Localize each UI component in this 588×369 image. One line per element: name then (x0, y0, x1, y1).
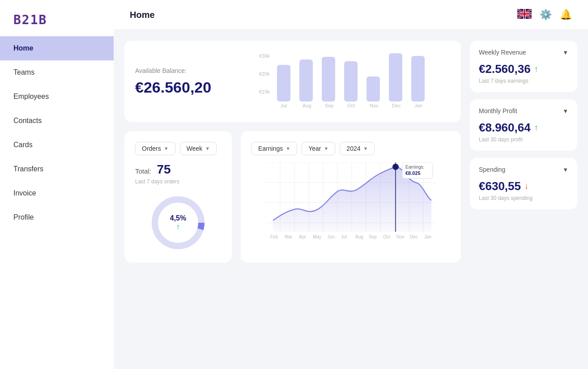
svg-point-39 (392, 164, 399, 170)
balance-chart: €30k €20k €10k (234, 51, 450, 111)
orders-dropdown-arrow: ▼ (164, 146, 169, 151)
area-chart-svg: Earnings: €8.025 Feb Mar Apr May Jun Jul… (251, 162, 450, 243)
svg-text:Jan: Jan (414, 103, 422, 108)
chevron-down-icon: ▼ (562, 108, 568, 115)
svg-text:Earnings:: Earnings: (405, 165, 424, 170)
monthly-profit-card: Monthly Profit ▼ €8.960,64 ↑ Last 30 day… (470, 99, 577, 151)
weekly-revenue-header: Weekly Revenue ▼ (479, 49, 568, 56)
svg-rect-4 (277, 65, 290, 102)
orders-total-value: 75 (157, 162, 170, 176)
donut-chart: 4,5% ↑ (135, 194, 221, 252)
spending-dropdown[interactable]: ▼ (562, 166, 568, 173)
svg-text:Oct: Oct (383, 234, 390, 239)
balance-card: Available Balance: €26.560,20 €30k €20k … (124, 41, 461, 122)
earnings-filter-row: Earnings ▼ Year ▼ 2024 ▼ (251, 142, 450, 155)
svg-rect-6 (322, 57, 335, 102)
weekly-revenue-card: Weekly Revenue ▼ €2.560,36 ↑ Last 7 days… (470, 41, 577, 92)
weekly-revenue-trend-icon: ↑ (534, 64, 538, 74)
topbar: Home ⚙️ 🔔 (114, 0, 588, 30)
orders-total-label: Total: 75 (135, 162, 221, 177)
svg-text:Aug: Aug (355, 234, 363, 239)
svg-text:€30k: €30k (259, 53, 270, 59)
svg-text:4,5%: 4,5% (170, 214, 186, 222)
sidebar-item-cards[interactable]: Cards (0, 133, 114, 157)
spending-card: Spending ▼ €630,55 ↓ Last 30 days spendi… (470, 158, 577, 209)
bar-chart-svg: €30k €20k €10k (234, 51, 450, 110)
monthly-profit-trend-icon: ↑ (534, 123, 538, 132)
weekly-revenue-value: €2.560,36 ↑ (479, 62, 568, 76)
weekly-revenue-dropdown[interactable]: ▼ (562, 49, 568, 56)
year-dropdown-arrow: ▼ (324, 146, 328, 151)
svg-text:Jul: Jul (281, 103, 287, 108)
spending-header: Spending ▼ (479, 166, 568, 173)
orders-dropdown[interactable]: Orders ▼ (135, 142, 175, 155)
balance-label: Available Balance: (135, 67, 234, 74)
week-dropdown[interactable]: Week ▼ (180, 142, 217, 155)
sidebar-item-contacts[interactable]: Contacts (0, 109, 114, 133)
flag-icon[interactable] (517, 9, 532, 21)
topbar-icons: ⚙️ 🔔 (517, 9, 572, 21)
orders-sublabel: Last 7 days orders (135, 178, 221, 185)
settings-icon[interactable]: ⚙️ (540, 9, 552, 21)
svg-text:€10k: €10k (259, 89, 270, 94)
svg-text:Oct: Oct (347, 103, 355, 108)
svg-text:Aug: Aug (303, 103, 311, 108)
sidebar-item-profile[interactable]: Profile (0, 205, 114, 229)
center-column: Available Balance: €26.560,20 €30k €20k … (124, 41, 461, 358)
year-value-dropdown[interactable]: 2024 ▼ (340, 142, 375, 155)
svg-text:Mar: Mar (285, 234, 293, 239)
earnings-dropdown-arrow: ▼ (285, 146, 290, 151)
monthly-profit-value: €8.960,64 ↑ (479, 121, 568, 135)
svg-text:Nov: Nov (396, 234, 405, 239)
spending-title: Spending (479, 166, 505, 173)
area-chart-wrap: Earnings: €8.025 Feb Mar Apr May Jun Jul… (251, 162, 450, 252)
monthly-profit-header: Monthly Profit ▼ (479, 107, 568, 115)
weekly-revenue-sublabel: Last 7 days earnings (479, 78, 568, 84)
svg-text:May: May (313, 234, 321, 239)
right-column: Weekly Revenue ▼ €2.560,36 ↑ Last 7 days… (470, 41, 577, 358)
svg-text:Feb: Feb (270, 234, 278, 239)
year-dropdown[interactable]: Year ▼ (302, 142, 335, 155)
donut-svg: 4,5% ↑ (149, 194, 207, 252)
svg-rect-5 (299, 59, 313, 102)
logo: B21B (13, 13, 47, 27)
svg-text:Dec: Dec (410, 234, 418, 239)
svg-text:Jul: Jul (341, 234, 347, 239)
chevron-down-icon: ▼ (562, 49, 568, 56)
svg-text:↑: ↑ (176, 222, 180, 231)
svg-text:Apr: Apr (299, 234, 306, 239)
earnings-dropdown[interactable]: Earnings ▼ (251, 142, 297, 155)
chevron-down-icon: ▼ (562, 166, 568, 173)
spending-trend-icon: ↓ (524, 182, 528, 191)
svg-rect-10 (411, 56, 425, 102)
content-area: Available Balance: €26.560,20 €30k €20k … (114, 30, 588, 369)
svg-text:Jun: Jun (328, 234, 335, 239)
svg-text:Sep: Sep (369, 234, 377, 239)
year-value-dropdown-arrow: ▼ (363, 146, 368, 151)
monthly-profit-dropdown[interactable]: ▼ (562, 108, 568, 115)
monthly-profit-title: Monthly Profit (479, 107, 517, 115)
monthly-profit-sublabel: Last 30 days profit (479, 136, 568, 143)
balance-value: €26.560,20 (135, 79, 234, 96)
sidebar: B21B Home Teams Employees Contacts Cards… (0, 0, 114, 369)
page-title: Home (130, 10, 155, 20)
weekly-revenue-title: Weekly Revenue (479, 49, 526, 56)
svg-rect-9 (389, 53, 402, 102)
svg-text:Nov: Nov (370, 103, 379, 108)
sidebar-item-invoice[interactable]: Invoice (0, 181, 114, 205)
svg-text:€8.025: €8.025 (405, 170, 421, 176)
sidebar-item-home[interactable]: Home (0, 36, 114, 60)
notifications-icon[interactable]: 🔔 (560, 9, 572, 21)
orders-card: Orders ▼ Week ▼ Total: 75 Last 7 days (124, 131, 232, 263)
sidebar-item-employees[interactable]: Employees (0, 85, 114, 109)
sidebar-item-transfers[interactable]: Transfers (0, 157, 114, 181)
spending-value: €630,55 ↓ (479, 179, 568, 193)
main-area: Home ⚙️ 🔔 Available Balance: (114, 0, 588, 369)
svg-text:Jan: Jan (424, 234, 431, 239)
logo-area: B21B (0, 0, 114, 36)
sidebar-item-teams[interactable]: Teams (0, 60, 114, 85)
spending-sublabel: Last 30 days spending (479, 195, 568, 201)
week-dropdown-arrow: ▼ (205, 146, 210, 151)
svg-text:Dec: Dec (392, 103, 401, 108)
svg-rect-7 (344, 61, 358, 102)
